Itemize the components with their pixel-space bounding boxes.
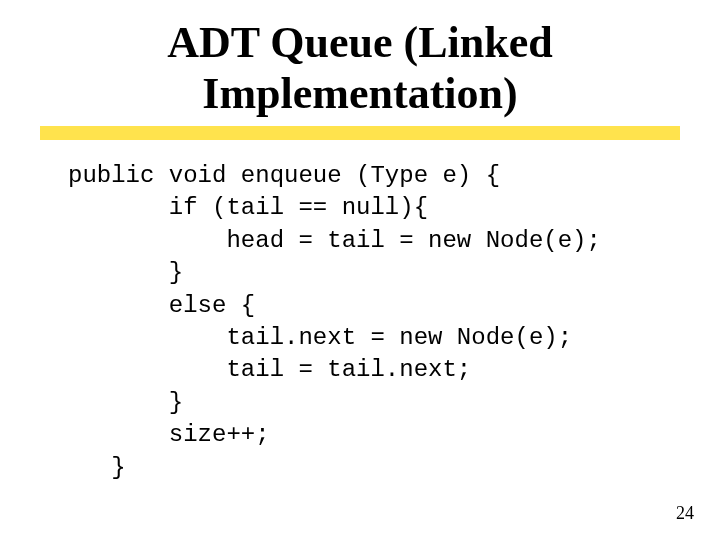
code-line-8: } — [68, 389, 183, 416]
code-line-6: tail.next = new Node(e); — [68, 324, 572, 351]
title-underline — [40, 126, 680, 140]
slide: ADT Queue (Linked Implementation) public… — [0, 0, 720, 540]
code-line-1: public void enqueue (Type e) { — [68, 162, 500, 189]
code-line-10: } — [68, 454, 126, 481]
code-line-2: if (tail == null){ — [68, 194, 428, 221]
slide-title-block: ADT Queue (Linked Implementation) — [0, 18, 720, 119]
slide-title: ADT Queue (Linked Implementation) — [0, 18, 720, 119]
title-line-1: ADT Queue (Linked — [167, 18, 553, 67]
code-line-3: head = tail = new Node(e); — [68, 227, 601, 254]
code-line-9: size++; — [68, 421, 270, 448]
code-line-5: else { — [68, 292, 255, 319]
title-line-2: Implementation) — [202, 69, 517, 118]
code-block: public void enqueue (Type e) { if (tail … — [68, 160, 601, 484]
code-line-4: } — [68, 259, 183, 286]
code-line-7: tail = tail.next; — [68, 356, 471, 383]
page-number: 24 — [676, 503, 694, 524]
